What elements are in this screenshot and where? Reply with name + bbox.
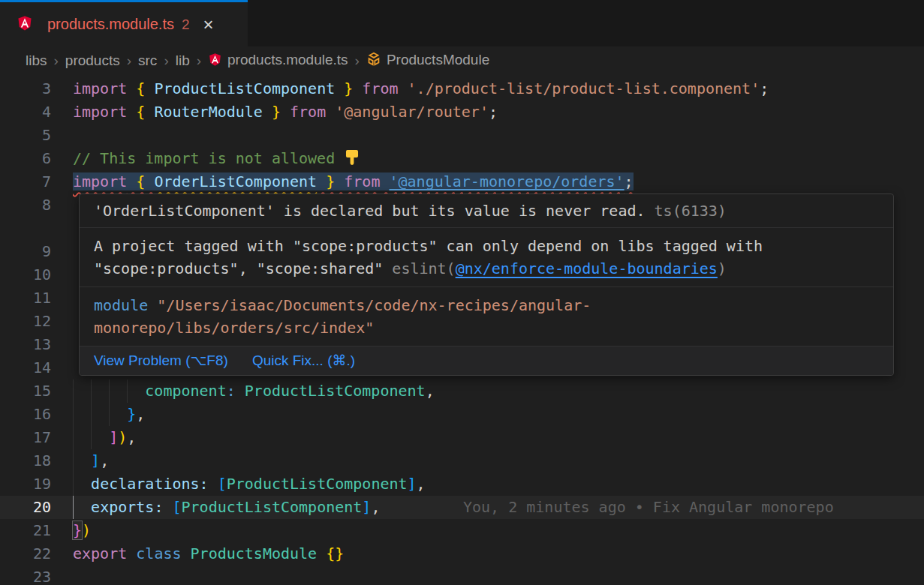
code-row[interactable]: 16 },: [0, 403, 924, 426]
code-token: ;: [625, 172, 634, 190]
code-row[interactable]: 15 component: ProductListComponent,: [0, 380, 924, 403]
code-row[interactable]: 17 ]),: [0, 426, 924, 449]
tab-error-count-badge: 2: [182, 16, 190, 33]
angular-file-icon: [17, 15, 33, 34]
vscode-window: products.module.ts 2 × libs › products ›…: [0, 0, 924, 585]
line-number: 13: [0, 333, 51, 356]
code-token: // This import is not allowed: [73, 149, 344, 167]
code-token: ProductsModule: [191, 544, 318, 562]
code-token: from: [344, 172, 380, 190]
code-line: },: [73, 403, 924, 426]
code-token: OrderListComponent: [154, 172, 317, 190]
view-problem-action[interactable]: View Problem (⌥F8): [94, 352, 228, 368]
code-row[interactable]: 5: [0, 124, 924, 147]
code-token: }: [272, 103, 281, 121]
code-token: {: [136, 103, 145, 121]
code-row[interactable]: 7import { OrderListComponent } from '@an…: [0, 170, 924, 194]
line-number: 23: [0, 566, 51, 585]
code-row[interactable]: 23: [0, 566, 924, 585]
code-token: [127, 103, 136, 121]
code-row[interactable]: 21}): [0, 519, 924, 542]
code-token: ]: [91, 452, 100, 470]
line-number: 18: [0, 449, 51, 472]
eslint-rule-link[interactable]: @nx/enforce-module-boundaries: [456, 260, 718, 278]
code-token: [73, 452, 91, 470]
code-token: [127, 80, 136, 98]
line-number: 16: [0, 403, 51, 426]
chevron-right-icon: ›: [127, 52, 131, 69]
code-row[interactable]: 18 ],: [0, 449, 924, 472]
code-token: [127, 544, 136, 562]
code-line: component: ProductListComponent,: [73, 380, 924, 403]
code-token: ]: [362, 498, 371, 516]
line-number: 14: [0, 356, 51, 380]
line-number: 11: [0, 286, 51, 310]
code-token: {}: [326, 544, 344, 562]
code-line: ]),: [73, 426, 924, 449]
code-token: ]: [408, 475, 417, 493]
indent-guide: [91, 380, 92, 403]
code-token: ): [82, 521, 91, 539]
indent-guide: [73, 472, 74, 496]
code-token: [326, 103, 335, 121]
class-symbol-icon: [366, 52, 381, 70]
indent-guide: [91, 403, 92, 426]
chevron-right-icon: ›: [164, 52, 168, 69]
line-number: 15: [0, 380, 51, 403]
code-token: ): [118, 428, 127, 446]
code-token: [380, 172, 389, 190]
code-token: [73, 498, 91, 516]
tab-products-module[interactable]: products.module.ts 2 ×: [0, 0, 248, 46]
code-token: [145, 172, 154, 190]
line-number: 3: [0, 77, 51, 100]
pointing-down-emoji-icon: [345, 149, 359, 172]
line-number: 6: [0, 147, 51, 170]
code-token: [236, 382, 245, 400]
breadcrumb-item-libs[interactable]: libs: [26, 52, 47, 69]
code-token: ,: [371, 498, 380, 516]
module-keyword: module: [94, 296, 148, 314]
active-indent-guide: [73, 496, 74, 519]
breadcrumb-item-file[interactable]: products.module.ts: [208, 52, 348, 70]
diagnostic-eslint-source-close: ): [718, 260, 727, 278]
code-row[interactable]: 22export class ProductsModule {}: [0, 542, 924, 566]
code-token: class: [136, 544, 181, 562]
indent-guide: [73, 449, 74, 472]
code-row[interactable]: 3import { ProductListComponent } from '.…: [0, 77, 924, 100]
code-token: [73, 405, 127, 423]
code-token: exports: [91, 498, 154, 516]
code-token: '@angular-monorepo/orders': [390, 172, 625, 190]
code-token: :: [154, 498, 163, 516]
code-row[interactable]: 6// This import is not allowed: [0, 147, 924, 170]
code-token: ;: [760, 80, 769, 98]
code-token: ProductListComponent: [227, 475, 408, 493]
code-token: './product-list/product-list.component': [408, 80, 760, 98]
code-token: ProductListComponent: [154, 80, 335, 98]
code-token: import: [73, 103, 127, 121]
breadcrumb-item-src[interactable]: src: [138, 52, 157, 69]
code-token: }: [73, 521, 82, 539]
indent-guide: [109, 380, 110, 403]
indent-guide: [73, 426, 74, 449]
code-row[interactable]: 19 declarations: [ProductListComponent],: [0, 472, 924, 496]
code-row[interactable]: 4import { RouterModule } from '@angular/…: [0, 100, 924, 124]
close-icon[interactable]: ×: [203, 16, 214, 34]
code-token: {: [136, 172, 145, 190]
quick-fix-action[interactable]: Quick Fix... (⌘.): [252, 352, 355, 368]
code-row[interactable]: 20 exports: [ProductListComponent],You, …: [0, 496, 924, 519]
code-token: declarations: [91, 475, 200, 493]
code-editor[interactable]: 3import { ProductListComponent } from '.…: [0, 75, 924, 585]
breadcrumb-item-products[interactable]: products: [65, 52, 120, 69]
code-token: {: [136, 80, 145, 98]
hover-popup: 'OrderListComponent' is declared but its…: [79, 194, 894, 376]
angular-file-icon: [208, 52, 222, 70]
code-token: }: [326, 172, 335, 190]
hover-action-bar: View Problem (⌥F8)Quick Fix... (⌘.): [80, 346, 893, 375]
git-blame-annotation: You, 2 minutes ago • Fix Angular monorep…: [463, 496, 834, 519]
code-line: }): [73, 519, 924, 542]
code-token: [281, 103, 290, 121]
breadcrumb-item-lib[interactable]: lib: [176, 52, 190, 69]
code-token: [263, 103, 272, 121]
breadcrumb-item-symbol[interactable]: ProductsModule: [366, 52, 489, 70]
line-number: 4: [0, 100, 51, 124]
